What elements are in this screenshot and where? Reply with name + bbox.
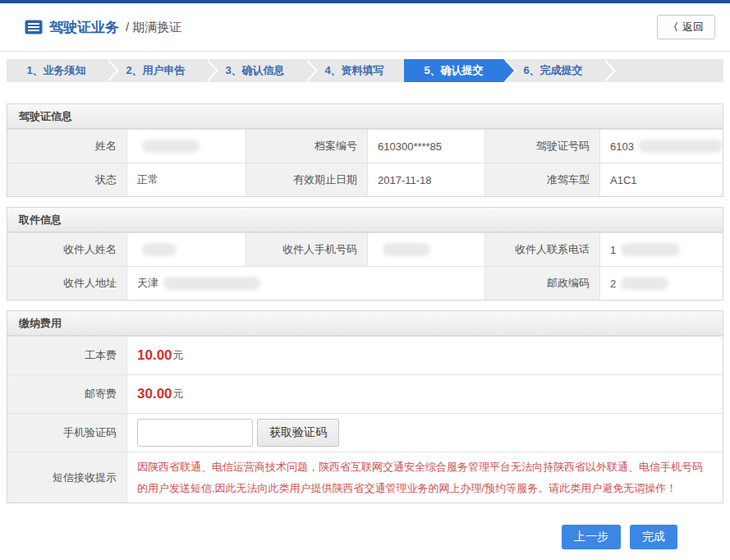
page-header: 驾驶证业务 / 期满换证 〈 返回 xyxy=(0,3,730,52)
finish-button[interactable]: 完成 xyxy=(630,525,677,549)
work-fee-label: 工本费 xyxy=(7,336,127,374)
postal-code-label: 邮政编码 xyxy=(485,266,600,300)
work-fee-row: 工本费 10.00元 xyxy=(7,336,723,374)
name-label: 姓名 xyxy=(7,129,127,163)
post-fee-value: 30.00元 xyxy=(127,374,723,413)
work-fee-unit: 元 xyxy=(173,348,184,363)
recipient-mobile-label: 收件人手机号码 xyxy=(246,232,368,266)
fees-section: 缴纳费用 工本费 10.00元 邮寄费 30.00元 手机验证码 获取验证码 短… xyxy=(7,310,723,503)
license-row-1: 姓名 档案编号 610300****85 驾驶证号码 6103 xyxy=(7,129,723,163)
redacted-postal-code xyxy=(621,277,668,290)
sms-notice-label: 短信接收提示 xyxy=(7,452,127,503)
vehicle-class-value: A1C1 xyxy=(600,163,723,196)
captcha-cell: 获取验证码 xyxy=(127,413,723,452)
post-fee-row: 邮寄费 30.00元 xyxy=(7,374,723,413)
pickup-info-section: 取件信息 收件人姓名 收件人手机号码 收件人联系电话 1 收件人地址 天津 邮政… xyxy=(7,207,723,301)
get-code-button[interactable]: 获取验证码 xyxy=(257,419,339,447)
step-5-confirm-submit-active: 5、确认提交 xyxy=(404,59,503,82)
license-no-label: 驾驶证号码 xyxy=(485,129,600,163)
pickup-row-2: 收件人地址 天津 邮政编码 2 xyxy=(7,266,723,300)
redacted-recipient-name xyxy=(142,243,177,256)
recipient-name-value xyxy=(127,232,246,266)
redacted-license-no xyxy=(639,140,723,153)
captcha-row: 手机验证码 获取验证码 xyxy=(7,413,723,452)
sms-notice-cell: 因陕西省联通、电信运营商技术问题，陕西省互联网交通安全综合服务管理平台无法向持陕… xyxy=(127,452,723,503)
redacted-recipient-mobile xyxy=(383,243,430,256)
recipient-address-value: 天津 xyxy=(127,266,485,300)
back-button-label: 返回 xyxy=(682,20,704,34)
breadcrumb: / 期满换证 xyxy=(126,20,181,35)
file-no-value: 610300****85 xyxy=(368,129,485,163)
sms-notice-row: 短信接收提示 因陕西省联通、电信运营商技术问题，陕西省互联网交通安全综合服务管理… xyxy=(7,452,723,503)
license-section-title: 驾驶证信息 xyxy=(7,104,723,129)
pickup-section-title: 取件信息 xyxy=(7,208,723,232)
captcha-input[interactable] xyxy=(137,419,253,447)
recipient-phone-value: 1 xyxy=(600,232,723,266)
chevron-left-icon: 〈 xyxy=(668,21,678,34)
expiry-label: 有效期止日期 xyxy=(246,163,368,196)
license-no-value: 6103 xyxy=(600,129,723,163)
expiry-value: 2017-11-18 xyxy=(368,163,485,196)
step-6-complete-submit: 6、完成提交 xyxy=(503,59,603,82)
step-4-fill-data: 4、资料填写 xyxy=(305,59,404,82)
recipient-phone-label: 收件人联系电话 xyxy=(485,232,600,266)
work-fee-value: 10.00元 xyxy=(127,336,723,374)
license-row-2: 状态 正常 有效期止日期 2017-11-18 准驾车型 A1C1 xyxy=(7,163,723,196)
name-value xyxy=(127,129,246,163)
recipient-name-label: 收件人姓名 xyxy=(7,232,127,266)
sms-notice-text: 因陕西省联通、电信运营商技术问题，陕西省互联网交通安全综合服务管理平台无法向持陕… xyxy=(137,457,723,499)
license-info-section: 驾驶证信息 姓名 档案编号 610300****85 驾驶证号码 6103 状态… xyxy=(7,103,723,197)
recipient-mobile-value xyxy=(368,232,485,266)
postal-code-value: 2 xyxy=(600,266,723,300)
work-fee-amount: 10.00 xyxy=(137,347,172,364)
pickup-row-1: 收件人姓名 收件人手机号码 收件人联系电话 1 xyxy=(7,232,723,266)
list-icon xyxy=(25,20,43,34)
status-value: 正常 xyxy=(127,163,246,196)
step-nav: 1、业务须知 2、用户申告 3、确认信息 4、资料填写 5、确认提交 6、完成提… xyxy=(7,59,723,82)
redacted-recipient-address xyxy=(163,277,260,290)
vehicle-class-label: 准驾车型 xyxy=(485,163,600,196)
step-3-confirm-info: 3、确认信息 xyxy=(205,59,305,82)
captcha-label: 手机验证码 xyxy=(7,413,127,452)
recipient-address-label: 收件人地址 xyxy=(7,266,127,300)
file-no-label: 档案编号 xyxy=(246,129,368,163)
page-title: 驾驶证业务 xyxy=(49,18,119,37)
post-fee-unit: 元 xyxy=(173,387,184,402)
status-label: 状态 xyxy=(7,163,127,196)
footer-actions: 上一步 完成 xyxy=(0,525,730,549)
step-2-user-declaration: 2、用户申告 xyxy=(106,59,205,82)
step-1-business-notice: 1、业务须知 xyxy=(7,59,106,82)
redacted-name xyxy=(142,140,200,153)
post-fee-amount: 30.00 xyxy=(137,386,172,402)
previous-step-button[interactable]: 上一步 xyxy=(562,525,621,549)
back-button[interactable]: 〈 返回 xyxy=(657,15,715,39)
fees-section-title: 缴纳费用 xyxy=(7,311,723,336)
post-fee-label: 邮寄费 xyxy=(7,374,127,413)
redacted-recipient-phone xyxy=(621,243,680,256)
